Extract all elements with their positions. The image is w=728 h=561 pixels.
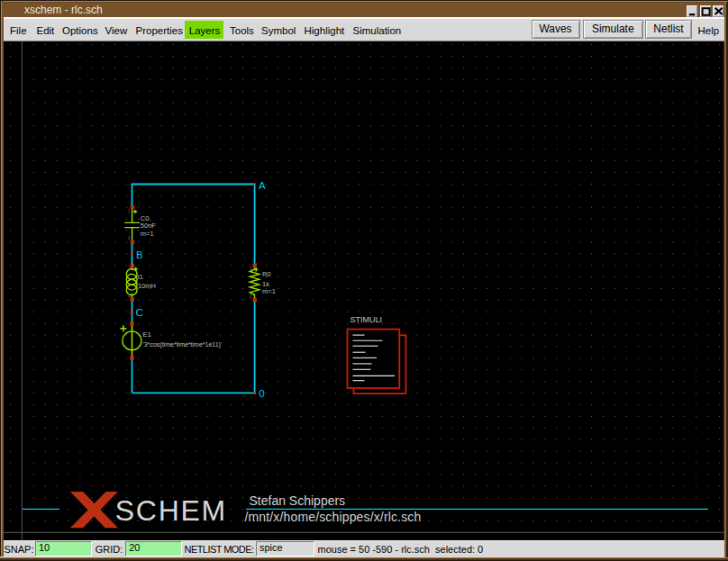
svg-text:1: 1 — [128, 267, 131, 271]
svg-text:l1: l1 — [138, 273, 143, 281]
svg-text:/mnt/x/home/schippes/x/rlc.sch: /mnt/x/home/schippes/x/rlc.sch — [245, 510, 422, 524]
svg-text:m=1: m=1 — [141, 230, 154, 238]
svg-text:2: 2 — [250, 294, 252, 299]
svg-text:'3*cos(time*time*time*1e11)': '3*cos(time*time*time*1e11)' — [143, 341, 223, 348]
svg-text:0: 0 — [259, 388, 264, 399]
svg-text:A: A — [259, 180, 266, 191]
svg-text:50nF: 50nF — [141, 222, 157, 230]
svg-text:B: B — [136, 249, 143, 260]
svg-text:Stefan Schippers: Stefan Schippers — [250, 493, 346, 508]
svg-text:E1: E1 — [143, 330, 151, 339]
svg-text:STIMULI: STIMULI — [350, 315, 383, 324]
svg-text:2: 2 — [128, 294, 131, 298]
svg-text:C: C — [136, 307, 143, 318]
svg-text:10mH: 10mH — [138, 282, 156, 290]
svg-text:1k: 1k — [262, 280, 269, 288]
svg-text:R0: R0 — [262, 270, 271, 278]
svg-text:1: 1 — [250, 267, 252, 271]
svg-text:SCHEM: SCHEM — [115, 494, 227, 527]
svg-text:1: 1 — [128, 209, 131, 213]
svg-text:2: 2 — [128, 236, 131, 240]
svg-text:m=1: m=1 — [262, 287, 276, 295]
